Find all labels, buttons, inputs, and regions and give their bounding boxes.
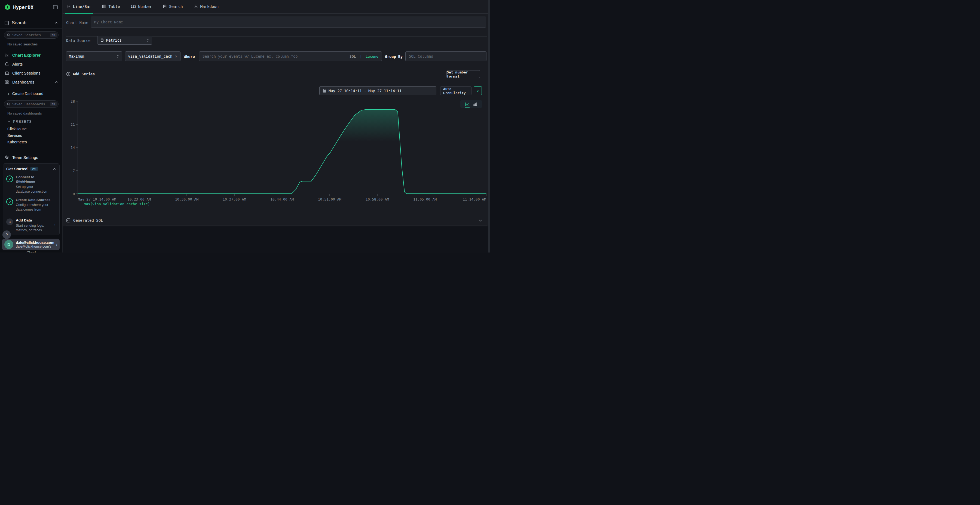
- plus-icon: +: [7, 91, 10, 96]
- preset-clickhouse[interactable]: ClickHouse: [7, 126, 62, 132]
- remove-metric-icon[interactable]: ×: [175, 54, 177, 59]
- scrollbar[interactable]: [488, 0, 490, 252]
- search-icon: [7, 102, 10, 106]
- saved-dashboards-shortcut: ⌘K: [50, 102, 57, 106]
- where-placeholder: Search your events w/ Lucene ex. column:…: [202, 54, 298, 59]
- arrow-right-icon: →: [52, 218, 56, 232]
- circle-plus-icon: [66, 72, 70, 76]
- tab-markdown[interactable]: Markdown: [193, 0, 220, 13]
- step-desc: Configure where your data comes from: [16, 203, 51, 212]
- aggregation-value: Maximum: [69, 54, 84, 59]
- lucene-toggle-option[interactable]: Lucene: [366, 54, 379, 59]
- table-icon: [102, 4, 106, 8]
- calendar-icon: [323, 89, 326, 93]
- step-desc: Set up your database connection: [16, 185, 48, 194]
- presets-toggle[interactable]: PRESETS: [7, 120, 62, 124]
- granularity-select[interactable]: Auto Granularity: [440, 86, 471, 95]
- chart-legend[interactable]: max(visa_validation_cache.size): [78, 202, 150, 206]
- app-title: HyperDX: [13, 5, 53, 10]
- user-menu[interactable]: D dale@clickhouse.com dale@clickhouse.co…: [2, 239, 60, 250]
- sidebar-nav: Chart Explorer Alerts Client Sessions Da…: [0, 51, 62, 87]
- set-number-format-button[interactable]: Set number format: [447, 70, 480, 78]
- legend-line-swatch: [78, 204, 82, 204]
- preset-label: ClickHouse: [7, 127, 27, 131]
- select-chevrons-icon: [146, 38, 149, 42]
- svg-text:28: 28: [70, 99, 75, 103]
- select-chevrons-icon: [116, 54, 119, 58]
- add-series-label: Add Series: [73, 72, 95, 76]
- sidebar-section-search[interactable]: Search: [0, 17, 62, 29]
- svg-text:10:51:00 AM: 10:51:00 AM: [318, 197, 341, 201]
- aggregation-select[interactable]: Maximum: [66, 51, 122, 61]
- tab-table[interactable]: Table: [101, 0, 121, 13]
- help-button[interactable]: ?: [2, 230, 11, 239]
- data-source-value: Metrics: [106, 38, 122, 43]
- bell-icon: [5, 62, 9, 67]
- chevron-right-icon: ›: [56, 243, 57, 247]
- group-by-input[interactable]: SQL Columns: [405, 51, 487, 61]
- hyperdx-app: HyperDX Search Saved Searches ⌘K No save…: [0, 0, 490, 252]
- sidebar-item-alerts[interactable]: Alerts: [0, 60, 62, 68]
- run-query-button[interactable]: [474, 86, 482, 95]
- get-started-item-add-data[interactable]: 3 Add Data Start sending logs, metrics, …: [6, 218, 56, 232]
- metric-field-tag[interactable]: visa_validation_cach ×: [125, 51, 180, 61]
- get-started-item-data-sources[interactable]: Create Data Sources Configure where your…: [6, 198, 56, 212]
- search-section-label: Search: [12, 20, 54, 25]
- user-subtitle: dale@clickhouse.com's: [16, 245, 56, 248]
- sql-toggle-option[interactable]: SQL: [350, 54, 356, 59]
- step-desc: Start sending logs, metrics, or traces: [16, 223, 46, 233]
- user-email: dale@clickhouse.com: [16, 241, 56, 245]
- step-number-badge: 3: [6, 219, 13, 225]
- query-language-toggle: SQL | Lucene: [350, 54, 379, 59]
- sidebar-item-dashboards[interactable]: Dashboards: [0, 78, 62, 87]
- where-search-input[interactable]: Search your events w/ Lucene ex. column:…: [199, 51, 382, 61]
- tab-line-bar[interactable]: Line/Bar: [66, 0, 92, 13]
- logo-row: HyperDX: [0, 0, 62, 10]
- preset-services[interactable]: Services: [7, 132, 62, 139]
- data-source-select[interactable]: Metrics: [97, 36, 152, 44]
- get-started-header[interactable]: Get Started 2/3: [6, 167, 56, 171]
- sidebar-item-label: Dashboards: [12, 80, 34, 84]
- svg-text:0: 0: [73, 192, 75, 196]
- presets-label: PRESETS: [13, 120, 32, 124]
- divider: [66, 226, 487, 226]
- collapse-sidebar-icon[interactable]: [53, 5, 58, 10]
- chart-name-placeholder: My Chart Name: [94, 20, 123, 24]
- chevron-down-icon: [7, 120, 11, 123]
- sidebar-item-client-sessions[interactable]: Client Sessions: [0, 68, 62, 78]
- tab-search[interactable]: Search: [162, 0, 184, 13]
- preset-kubernetes[interactable]: Kubernetes: [7, 139, 62, 145]
- timeseries-chart[interactable]: 07142128May 27 10:14:00 AM10:23:00 AM10:…: [65, 98, 490, 207]
- get-started-title: Get Started: [6, 167, 27, 171]
- svg-text:7: 7: [73, 169, 75, 173]
- page-background: [63, 226, 490, 252]
- create-dashboard-label: Create Dashboard: [12, 91, 43, 96]
- create-dashboard-button[interactable]: + Create Dashboard: [0, 89, 62, 98]
- gear-icon: [5, 155, 9, 159]
- where-label: Where: [184, 54, 195, 59]
- no-saved-searches-text: No saved searches: [7, 42, 62, 46]
- generated-sql-toggle[interactable]: Generated SQL: [63, 215, 490, 226]
- svg-text:11:05:00 AM: 11:05:00 AM: [413, 197, 437, 201]
- saved-dashboards-input[interactable]: Saved Dashboards ⌘K: [4, 100, 59, 108]
- sidebar-item-label: Chart Explorer: [12, 53, 41, 57]
- get-started-item-connect[interactable]: Connect to ClickHouse Set up your databa…: [6, 175, 56, 194]
- group-by-placeholder: SQL Columns: [409, 54, 433, 59]
- main-content: Line/Bar Table 123 Number Search Markdow…: [63, 0, 490, 252]
- sidebar-item-chart-explorer[interactable]: Chart Explorer: [0, 51, 62, 60]
- search-icon: [7, 33, 10, 37]
- tab-number[interactable]: 123 Number: [130, 0, 153, 13]
- svg-text:10:23:00 AM: 10:23:00 AM: [127, 197, 151, 201]
- chevron-up-icon: [55, 81, 58, 84]
- org-name-partial: Cloud: [0, 250, 62, 252]
- toggle-divider: |: [360, 54, 362, 59]
- add-series-button[interactable]: Add Series: [66, 72, 95, 76]
- sidebar-item-team-settings[interactable]: Team Settings: [0, 152, 62, 162]
- chevron-up-icon: [54, 21, 58, 25]
- step-title: Connect to ClickHouse: [16, 175, 48, 184]
- chart-name-input[interactable]: My Chart Name: [91, 17, 486, 27]
- svg-text:10:30:00 AM: 10:30:00 AM: [175, 197, 199, 201]
- date-range-picker[interactable]: May 27 10:14:11 - May 27 11:14:11: [319, 86, 436, 95]
- hyperdx-logo-icon: [4, 4, 11, 10]
- saved-searches-input[interactable]: Saved Searches ⌘K: [4, 31, 59, 39]
